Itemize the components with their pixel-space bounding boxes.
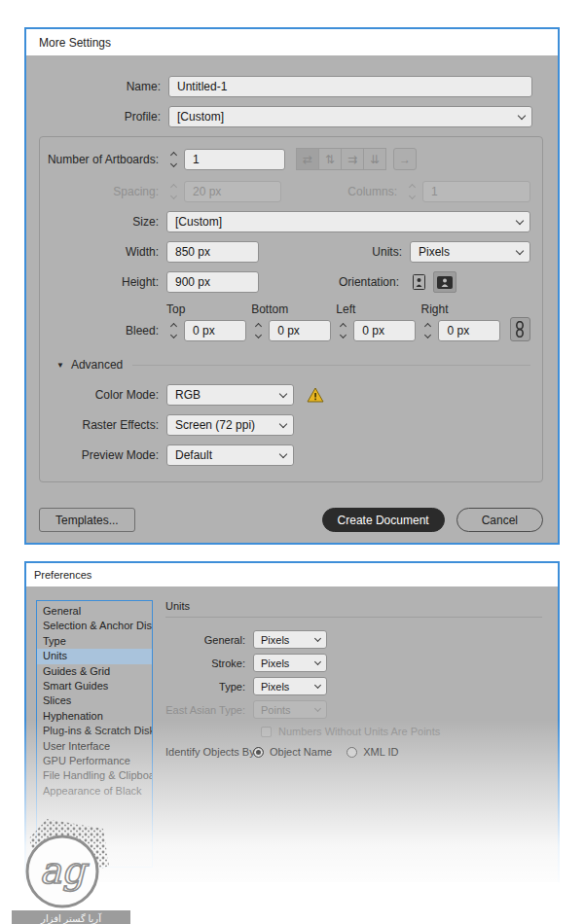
preferences-titlebar: Preferences xyxy=(26,563,558,586)
arrange-by-row-icon: ⇉ xyxy=(341,148,364,170)
xml-id-radio[interactable] xyxy=(347,747,357,758)
more-settings-dialog: More Settings Name: Profile: [Custom] Nu… xyxy=(24,27,560,545)
chevron-down-icon xyxy=(279,419,287,427)
triangle-down-icon: ▼ xyxy=(56,361,64,370)
link-bleed-values-button[interactable] xyxy=(510,317,530,341)
chevron-down-icon xyxy=(516,246,524,254)
chevron-down-icon xyxy=(169,160,176,166)
height-label: Height: xyxy=(40,275,166,289)
numbers-without-units-label: Numbers Without Units Are Points xyxy=(278,726,440,737)
cancel-button[interactable]: Cancel xyxy=(456,508,543,532)
advanced-divider xyxy=(132,365,530,366)
sidebar-item-gpu-performance[interactable]: GPU Performance xyxy=(37,754,152,768)
units-select[interactable]: Pixels xyxy=(410,241,530,263)
advanced-section-toggle[interactable]: ▼ Advanced xyxy=(56,358,530,372)
bleed-top-stepper[interactable] xyxy=(166,324,180,338)
size-select[interactable]: [Custom] xyxy=(166,211,530,232)
spacing-input: 20 px xyxy=(184,181,281,202)
color-mode-select[interactable]: RGB xyxy=(166,384,294,406)
grid-by-row-icon: ⇄ xyxy=(296,148,319,170)
watermark-mascot-icon: ag xyxy=(8,815,123,914)
sidebar-item-user-interface[interactable]: User Interface xyxy=(37,739,152,754)
sidebar-item-appearance-of-black[interactable]: Appearance of Black xyxy=(37,784,152,799)
general-units-select[interactable]: Pixels xyxy=(253,630,327,649)
raster-effects-select[interactable]: Screen (72 ppi) xyxy=(166,414,294,436)
preview-mode-label: Preview Mode: xyxy=(40,448,166,462)
chevron-up-icon xyxy=(169,151,176,158)
columns-input: 1 xyxy=(422,181,530,202)
orientation-landscape-button[interactable] xyxy=(433,271,456,293)
height-input[interactable]: 900 px xyxy=(166,271,259,293)
arrange-by-column-icon: ⇊ xyxy=(363,148,386,170)
chevron-down-icon xyxy=(314,704,321,711)
columns-stepper xyxy=(405,185,419,198)
bleed-left-stepper[interactable] xyxy=(336,324,349,338)
units-panel: Units General: Pixels Stroke: Pixels Typ… xyxy=(153,600,542,868)
profile-select[interactable]: [Custom] xyxy=(168,106,532,127)
sidebar-item-plugins-scratch-disks[interactable]: Plug-ins & Scratch Disks xyxy=(37,724,152,738)
artboards-input[interactable]: 1 xyxy=(184,149,285,170)
bleed-right-stepper[interactable] xyxy=(420,324,434,338)
chevron-down-icon xyxy=(314,657,321,664)
templates-button[interactable]: Templates... xyxy=(39,508,135,532)
chain-link-icon xyxy=(515,321,525,338)
raster-effects-label: Raster Effects: xyxy=(40,418,166,432)
document-options-group: Number of Artboards: 1 ⇄ ⇅ ⇉ ⇊ → Spacing… xyxy=(39,136,543,482)
object-name-label: Object Name xyxy=(270,746,332,758)
name-input[interactable] xyxy=(168,76,532,97)
bleed-top-header: Top xyxy=(166,302,251,316)
artboards-stepper[interactable] xyxy=(166,153,180,166)
bleed-label: Bleed: xyxy=(40,324,166,341)
identify-objects-label: Identify Objects By: xyxy=(165,746,253,758)
east-asian-type-label: East Asian Type: xyxy=(165,704,253,716)
width-label: Width: xyxy=(40,245,166,259)
name-label: Name: xyxy=(40,80,168,93)
width-input[interactable]: 850 px xyxy=(166,241,259,263)
bleed-right-input[interactable]: 0 px xyxy=(438,320,500,341)
stroke-units-select[interactable]: Pixels xyxy=(253,654,327,672)
sidebar-item-slices[interactable]: Slices xyxy=(37,693,152,708)
advanced-label: Advanced xyxy=(71,358,123,372)
change-layout-direction-icon: → xyxy=(393,148,417,170)
object-name-radio[interactable] xyxy=(253,747,264,758)
sidebar-item-units[interactable]: Units xyxy=(37,649,152,663)
type-units-select[interactable]: Pixels xyxy=(253,677,327,695)
spacing-label: Spacing: xyxy=(40,185,166,198)
sidebar-item-selection-anchor-display[interactable]: Selection & Anchor Display xyxy=(37,619,152,633)
sidebar-item-general[interactable]: General xyxy=(37,604,152,619)
columns-label: Columns: xyxy=(347,185,405,198)
portrait-icon xyxy=(413,274,425,290)
create-document-button[interactable]: Create Document xyxy=(322,508,445,532)
color-mode-label: Color Mode: xyxy=(40,388,166,402)
east-asian-type-select: Points xyxy=(253,700,327,719)
sidebar-item-smart-guides[interactable]: Smart Guides xyxy=(37,679,152,693)
bleed-left-header: Left xyxy=(336,302,420,316)
sidebar-item-file-handling-clipboard[interactable]: File Handling & Clipboard xyxy=(37,768,152,783)
landscape-icon xyxy=(437,276,453,289)
artboards-label: Number of Artboards: xyxy=(40,153,166,166)
stroke-units-label: Stroke: xyxy=(165,657,253,669)
chevron-down-icon xyxy=(408,193,415,199)
chevron-up-icon xyxy=(424,323,431,330)
orientation-portrait-button[interactable] xyxy=(407,271,430,293)
profile-label: Profile: xyxy=(40,110,168,124)
artboard-arrange-buttons: ⇄ ⇅ ⇉ ⇊ → xyxy=(297,148,417,170)
spacing-stepper xyxy=(166,185,180,198)
chevron-up-icon xyxy=(255,323,262,330)
bleed-top-input[interactable]: 0 px xyxy=(184,320,246,341)
preview-mode-select[interactable]: Default xyxy=(166,444,294,466)
sidebar-item-hyphenation[interactable]: Hyphenation xyxy=(37,709,152,724)
sidebar-item-guides-grid[interactable]: Guides & Grid xyxy=(37,664,152,679)
sidebar-item-type[interactable]: Type xyxy=(37,634,152,649)
bleed-bottom-input[interactable]: 0 px xyxy=(269,320,331,341)
chevron-down-icon xyxy=(169,193,176,199)
bleed-left-input[interactable]: 0 px xyxy=(353,320,416,341)
bleed-bottom-stepper[interactable] xyxy=(251,324,265,338)
size-label: Size: xyxy=(40,215,166,229)
chevron-up-icon xyxy=(169,184,176,191)
orientation-label: Orientation: xyxy=(339,275,407,289)
units-label: Units: xyxy=(372,245,410,259)
chevron-up-icon xyxy=(340,323,347,330)
dialog-title: Preferences xyxy=(34,569,91,581)
chevron-down-icon xyxy=(314,634,321,641)
